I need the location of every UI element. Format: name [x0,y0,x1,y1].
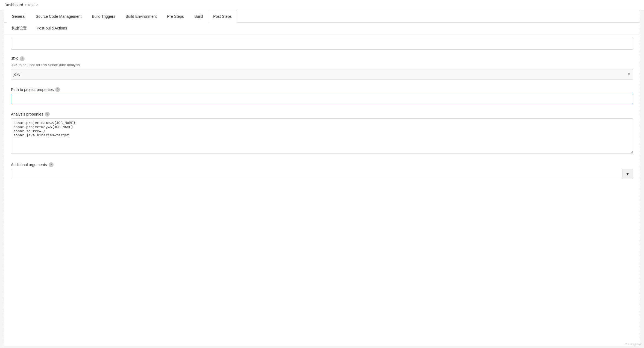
tab-general[interactable]: General [7,10,31,23]
jdk-label: JDK [11,57,18,61]
sub-tab-build-settings[interactable]: 构建设置 [7,23,32,34]
content-area: General Source Code Management Build Tri… [4,10,640,346]
path-to-project-properties-input[interactable] [11,94,633,104]
jdk-select[interactable]: jdk8 jdk11 jdk17 [11,69,633,79]
breadcrumb: Dashboard > test > [0,0,644,10]
form-area: JDK ? JDK to be used for this SonarQube … [4,34,640,193]
additional-arguments-input[interactable] [11,169,622,179]
tab-source-code-management[interactable]: Source Code Management [31,10,87,23]
sub-tab-post-build-actions[interactable]: Post-build Actions [32,23,72,34]
breadcrumb-sep-1: > [25,3,27,7]
additional-arguments-group: Additional arguments ? ▼ [11,162,633,179]
additional-args-row: ▼ [11,169,633,179]
tab-pre-steps[interactable]: Pre Steps [162,10,189,23]
breadcrumb-test[interactable]: test [28,3,35,7]
analysis-properties-label: Analysis properties [11,112,43,116]
tab-build[interactable]: Build [189,10,208,23]
tab-build-triggers[interactable]: Build Triggers [87,10,121,23]
breadcrumb-dashboard[interactable]: Dashboard [4,3,23,7]
sub-tabs: 构建设置 Post-build Actions [4,23,640,34]
path-to-project-properties-group: Path to project properties ? [11,87,633,104]
tab-build-environment[interactable]: Build Environment [121,10,162,23]
right-dashed-bar [640,10,644,346]
watermark: CSDN @desc [625,343,642,346]
path-help-icon[interactable]: ? [55,87,60,92]
additional-arguments-label: Additional arguments [11,163,47,167]
jdk-field-group: JDK ? JDK to be used for this SonarQube … [11,56,633,79]
main-tabs: General Source Code Management Build Tri… [4,10,640,23]
breadcrumb-sep-2: > [36,3,38,7]
left-dashed-bar [0,10,4,346]
path-to-project-properties-label: Path to project properties [11,87,54,92]
jdk-help-icon[interactable]: ? [20,56,25,61]
tab-post-steps[interactable]: Post Steps [208,10,237,23]
analysis-help-icon[interactable]: ? [45,112,50,117]
analysis-properties-textarea[interactable] [11,118,633,154]
jdk-description: JDK to be used for this SonarQube analys… [11,63,633,67]
top-input[interactable] [11,38,633,50]
analysis-properties-group: Analysis properties ? [11,112,633,155]
additional-args-dropdown-btn[interactable]: ▼ [622,169,633,179]
jdk-select-wrapper: jdk8 jdk11 jdk17 ⬍ [11,69,633,79]
additional-args-help-icon[interactable]: ? [49,162,54,167]
